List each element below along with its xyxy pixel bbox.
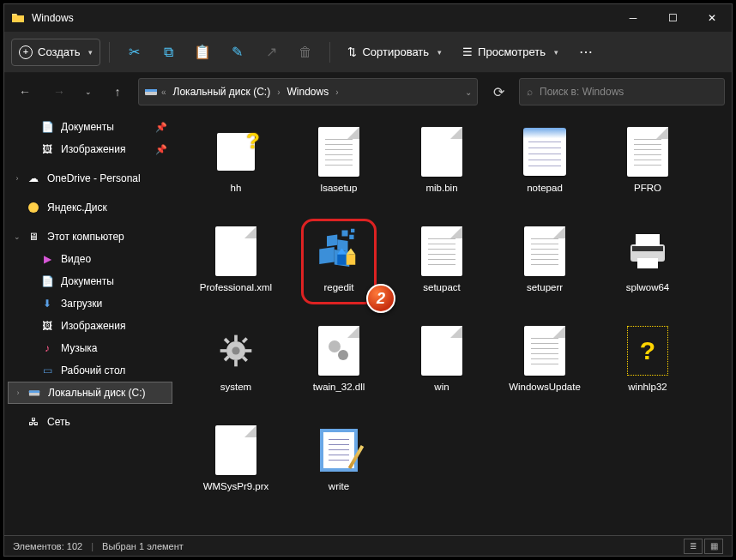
back-button[interactable]: ← xyxy=(11,78,39,105)
svg-rect-20 xyxy=(245,349,251,352)
chevron-down-icon: ▾ xyxy=(88,48,93,57)
file-item-mibbin[interactable]: mib.bin xyxy=(390,119,493,219)
file-item-hh[interactable]: ?hh xyxy=(184,119,287,219)
drive-icon xyxy=(144,85,158,99)
titlebar: Windows ─ ☐ ✕ xyxy=(4,4,732,32)
file-icon xyxy=(215,425,256,475)
notepad-icon xyxy=(523,128,566,176)
file-list: ?hh lsasetup mib.bin notepad PFRO Profes… xyxy=(176,111,732,535)
search-placeholder: Поиск в: Windows xyxy=(540,86,624,98)
folder-icon xyxy=(11,11,25,25)
icons-view-button[interactable]: ▦ xyxy=(704,539,723,554)
sidebar-documents2[interactable]: 📄Документы xyxy=(4,270,176,292)
file-item-system[interactable]: system xyxy=(184,318,287,418)
sidebar-documents[interactable]: 📄Документы📌 xyxy=(4,116,176,138)
help-file-icon: ? xyxy=(217,133,255,171)
file-icon xyxy=(421,226,462,276)
svg-rect-17 xyxy=(234,335,238,341)
file-item-setuperr[interactable]: setuperr xyxy=(493,219,596,318)
path-dropdown[interactable]: ⌄ xyxy=(465,87,472,97)
file-icon xyxy=(524,226,565,276)
sidebar-music[interactable]: ♪Музыка xyxy=(4,337,176,359)
item-count: Элементов: 102 xyxy=(13,541,82,551)
file-icon xyxy=(524,326,565,376)
file-item-pfro[interactable]: PFRO xyxy=(596,119,699,219)
copy-button[interactable]: ⧉ xyxy=(153,39,184,66)
close-button[interactable]: ✕ xyxy=(692,4,732,32)
path-seg-cdrive[interactable]: Локальный диск (C:) xyxy=(170,84,274,99)
file-icon xyxy=(318,127,359,177)
status-bar: Элементов: 102 | Выбран 1 элемент ≣ ▦ xyxy=(4,535,732,556)
svg-point-2 xyxy=(28,202,39,213)
file-item-windowsupdate[interactable]: WindowsUpdate xyxy=(493,318,596,418)
file-item-regedit[interactable]: regedit 2 xyxy=(287,219,390,318)
rename-button[interactable]: ✎ xyxy=(221,39,252,66)
sidebar-yandexdisk[interactable]: Яндекс.Диск xyxy=(4,196,176,219)
maximize-button[interactable]: ☐ xyxy=(653,4,692,32)
file-item-twain32[interactable]: twain_32.dll xyxy=(287,318,390,418)
svg-point-27 xyxy=(338,350,348,360)
dll-icon xyxy=(318,326,359,376)
paste-button[interactable]: 📋 xyxy=(187,39,218,66)
details-view-button[interactable]: ≣ xyxy=(684,539,703,554)
sidebar-pictures2[interactable]: 🖼Изображения xyxy=(4,315,176,337)
minimize-button[interactable]: ─ xyxy=(613,4,653,32)
toolbar: + Создать ▾ ✂ ⧉ 📋 ✎ ↗ 🗑 ⇅ Сортировать ▾ … xyxy=(4,32,732,73)
path-seg-windows[interactable]: Windows xyxy=(283,84,332,99)
file-icon xyxy=(215,226,256,276)
window-title: Windows xyxy=(32,12,613,24)
file-item-lsasetup[interactable]: lsasetup xyxy=(287,119,390,219)
file-item-setupact[interactable]: setupact xyxy=(390,219,493,318)
sort-icon: ⇅ xyxy=(347,45,357,58)
svg-rect-23 xyxy=(242,337,248,343)
sidebar-pictures[interactable]: 🖼Изображения📌 xyxy=(4,138,176,160)
search-input[interactable]: ⌕ Поиск в: Windows xyxy=(519,78,725,105)
pin-icon: 📌 xyxy=(155,144,167,155)
forward-button[interactable]: → xyxy=(45,78,73,105)
sort-button[interactable]: ⇅ Сортировать ▾ xyxy=(339,39,450,66)
more-button[interactable]: ⋯ xyxy=(570,39,601,66)
file-item-splwow64[interactable]: splwow64 xyxy=(596,219,699,318)
new-button[interactable]: + Создать ▾ xyxy=(11,39,100,66)
svg-rect-18 xyxy=(234,360,238,366)
file-item-win[interactable]: win xyxy=(390,318,493,418)
highlight-box xyxy=(301,219,377,304)
svg-rect-14 xyxy=(637,258,658,268)
sidebar-thispc[interactable]: ⌄🖥Этот компьютер xyxy=(4,226,176,248)
recent-button[interactable]: ⌄ xyxy=(80,78,97,105)
sidebar-cdrive[interactable]: ›Локальный диск (C:) xyxy=(8,382,172,404)
selection-count: Выбран 1 элемент xyxy=(102,541,184,551)
view-button[interactable]: ☰ Просмотреть ▾ xyxy=(454,39,567,66)
delete-button[interactable]: 🗑 xyxy=(290,39,321,66)
search-icon: ⌕ xyxy=(527,86,533,98)
up-button[interactable]: ↑ xyxy=(104,78,131,105)
sidebar-video[interactable]: ▶Видео xyxy=(4,248,176,270)
file-icon xyxy=(627,127,668,177)
sidebar-downloads[interactable]: ⬇Загрузки xyxy=(4,292,176,315)
sidebar-desktop[interactable]: ▭Рабочий стол xyxy=(4,359,176,382)
svg-rect-15 xyxy=(632,246,663,251)
sidebar-onedrive[interactable]: ›☁OneDrive - Personal xyxy=(4,167,176,190)
file-icon xyxy=(421,127,462,177)
sidebar-network[interactable]: 🖧Сеть xyxy=(4,411,176,433)
cut-button[interactable]: ✂ xyxy=(118,39,149,66)
file-item-wmsyspr9[interactable]: WMSysPr9.prx xyxy=(184,418,287,517)
file-item-winhlp32[interactable]: ?winhlp32 xyxy=(596,318,699,418)
path-box[interactable]: « Локальный диск (C:) › Windows › ⌄ xyxy=(138,78,478,105)
chevron-down-icon: ▾ xyxy=(554,48,558,57)
address-bar: ← → ⌄ ↑ « Локальный диск (C:) › Windows … xyxy=(4,73,732,111)
svg-point-25 xyxy=(232,346,239,354)
file-item-notepad[interactable]: notepad xyxy=(493,119,596,219)
explorer-window: Windows ─ ☐ ✕ + Создать ▾ ✂ ⧉ 📋 ✎ ↗ 🗑 ⇅ … xyxy=(3,3,733,557)
svg-rect-21 xyxy=(224,338,230,344)
winhlp-icon: ? xyxy=(627,326,668,376)
share-button[interactable]: ↗ xyxy=(256,39,287,66)
svg-rect-19 xyxy=(220,349,226,352)
file-item-write[interactable]: write xyxy=(287,418,390,517)
nav-sidebar: 📄Документы📌 🖼Изображения📌 ›☁OneDrive - P… xyxy=(4,111,176,535)
view-icon: ☰ xyxy=(462,45,473,58)
chevron-down-icon: ▾ xyxy=(437,48,442,57)
file-item-professionalxml[interactable]: Professional.xml xyxy=(184,219,287,318)
refresh-button[interactable]: ⟳ xyxy=(485,78,512,105)
plus-icon: + xyxy=(19,45,33,59)
